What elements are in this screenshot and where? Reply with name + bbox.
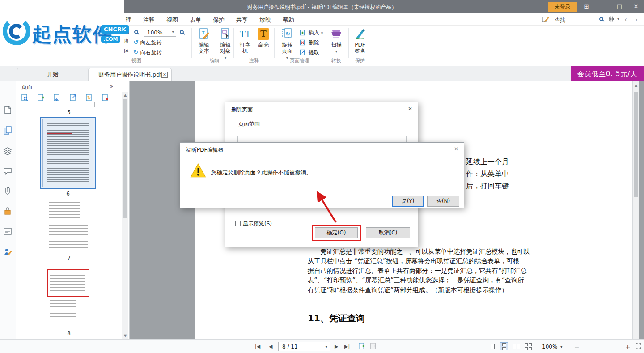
page-thumbnail-6-selected[interactable] bbox=[40, 117, 96, 189]
fullscreen-icon[interactable] bbox=[635, 343, 642, 351]
extract-page-icon[interactable] bbox=[69, 94, 78, 102]
delete-page-icon[interactable] bbox=[101, 94, 110, 102]
rotate-page-icon[interactable]: ↻ bbox=[85, 94, 94, 102]
next-page-icon[interactable]: ▶ bbox=[335, 344, 338, 349]
edit-text-button[interactable]: T 编辑文本 bbox=[194, 27, 214, 59]
checkbox-box[interactable] bbox=[235, 221, 241, 226]
gear-dropdown-icon[interactable]: ▾ bbox=[617, 17, 619, 21]
page-thumbnail-8[interactable] bbox=[45, 265, 93, 328]
insert-page-icon[interactable] bbox=[37, 94, 46, 102]
scroll-up-icon[interactable]: ▲ bbox=[122, 92, 128, 98]
first-page-icon[interactable]: |◀ bbox=[255, 344, 260, 349]
panel-expand-icon[interactable]: » bbox=[110, 83, 113, 89]
menu-item-present[interactable]: 放映 bbox=[254, 13, 277, 26]
show-preview-checkbox[interactable]: 显示预览(S) bbox=[235, 220, 272, 228]
zoom-out-button[interactable]: − bbox=[574, 343, 580, 350]
page-thumbnail-5[interactable] bbox=[43, 102, 95, 107]
ribbon-next-icon[interactable]: › bbox=[635, 16, 638, 24]
ribbon-prev-icon[interactable]: ‹ bbox=[624, 16, 627, 24]
gear-icon[interactable] bbox=[608, 16, 615, 24]
minimize-button[interactable]: – bbox=[596, 0, 610, 13]
page-options-icon[interactable] bbox=[21, 94, 30, 102]
pages-panel-icon[interactable] bbox=[3, 126, 13, 136]
prev-page-icon[interactable]: ◀ bbox=[269, 344, 272, 349]
login-button[interactable]: 未登录 bbox=[548, 2, 577, 12]
close-window-button[interactable]: ✕ bbox=[629, 0, 643, 13]
menu-item-protect[interactable]: 保护 bbox=[207, 13, 230, 26]
extract-pages-button[interactable]: 提取 bbox=[300, 48, 319, 57]
maximize-button[interactable]: □ bbox=[613, 0, 626, 13]
scroll-down-icon[interactable]: ▼ bbox=[122, 333, 128, 339]
scan-button[interactable]: 扫描 ▾ bbox=[327, 27, 346, 59]
selection-overlay bbox=[43, 119, 93, 187]
facing-continuous-view-icon[interactable] bbox=[524, 342, 532, 350]
insert-pages-button[interactable]: 插入 ▾ bbox=[300, 28, 323, 37]
continuous-view-icon[interactable] bbox=[500, 342, 508, 350]
fit-visible-button[interactable]: 区 bbox=[124, 47, 129, 55]
panel-scrollbar-thumb[interactable] bbox=[123, 99, 127, 218]
delete-pages-button[interactable]: 删除 bbox=[300, 38, 319, 47]
membership-ad-banner[interactable]: 会员低至0. 5元/天 bbox=[571, 66, 644, 81]
highlight-button[interactable]: T 高亮 bbox=[254, 27, 272, 59]
page-thumbnail-7[interactable] bbox=[45, 197, 93, 253]
edit-object-icon bbox=[215, 27, 236, 41]
scroll-up-icon[interactable]: ▲ bbox=[633, 82, 639, 89]
tab-home[interactable]: 开始 bbox=[17, 68, 89, 81]
document-scrollbar-thumb[interactable] bbox=[634, 92, 638, 197]
yes-button[interactable]: 是(Y) bbox=[392, 196, 424, 207]
quick-find-icon[interactable] bbox=[542, 16, 549, 24]
page-section-heading: 11、凭证查询 bbox=[308, 312, 365, 324]
single-page-view-icon[interactable] bbox=[488, 342, 496, 350]
next-view-icon[interactable] bbox=[369, 342, 377, 351]
search-icon[interactable] bbox=[599, 17, 603, 21]
search-input[interactable]: 查找 bbox=[551, 15, 606, 24]
zoom-combo-caret-icon: ▾ bbox=[172, 30, 174, 34]
layers-panel-icon[interactable] bbox=[3, 147, 13, 157]
scan-icon bbox=[327, 27, 346, 41]
facing-view-icon[interactable] bbox=[512, 342, 520, 350]
confirm-dialog-close-icon[interactable]: ✕ bbox=[454, 146, 458, 152]
attachments-panel-icon[interactable] bbox=[3, 187, 13, 196]
document-scrollbar[interactable]: ▲ bbox=[632, 81, 639, 339]
menu-item-form[interactable]: 表单 bbox=[184, 13, 207, 26]
export-page-icon[interactable] bbox=[53, 94, 62, 102]
page-number-combo[interactable]: 8 / 11 ▾ bbox=[278, 342, 330, 351]
cancel-button[interactable]: 取消(C) bbox=[366, 227, 410, 238]
zoom-in-icon[interactable] bbox=[180, 29, 184, 35]
menu-item-share[interactable]: 共享 bbox=[230, 13, 254, 26]
no-button[interactable]: 否(N) bbox=[427, 196, 459, 207]
bookmarks-panel-icon[interactable] bbox=[3, 106, 13, 115]
edit-object-button[interactable]: 编辑对象 ▾ bbox=[215, 27, 236, 59]
document-tabbar: 开始 财务用户操作说明书.pdf ✕ ▼ bbox=[0, 66, 644, 81]
prev-view-icon[interactable] bbox=[358, 342, 365, 351]
zoom-out-icon[interactable] bbox=[134, 29, 138, 35]
statusbar: |◀ ◀ 8 / 11 ▾ ▶ ▶| 100% ▾ − + bbox=[0, 339, 644, 353]
rotate-left-button[interactable]: ↺ 向左旋转 bbox=[133, 38, 162, 47]
typewriter-button[interactable]: TI 打字机 bbox=[236, 27, 254, 59]
layout-grid-icon[interactable]: ⊞ bbox=[580, 0, 593, 13]
confirm-message: 您确定要删除页面？此操作不能被撤消。 bbox=[211, 169, 312, 177]
menu-item-help[interactable]: 帮助 bbox=[277, 13, 300, 26]
signature-panel-icon[interactable] bbox=[3, 247, 13, 257]
fit-width-button[interactable]: 度 bbox=[124, 37, 129, 46]
pdf-sign-button[interactable]: PDF签名 bbox=[350, 27, 370, 59]
group-label-comment: 注释 bbox=[236, 57, 272, 64]
zoom-caret-icon[interactable]: ▾ bbox=[560, 344, 563, 349]
zoom-in-button[interactable]: + bbox=[625, 343, 631, 350]
fields-panel-icon[interactable] bbox=[3, 227, 13, 237]
last-page-icon[interactable]: ▶| bbox=[344, 344, 350, 349]
rotate-right-button[interactable]: ↻ 向右旋转 bbox=[133, 47, 162, 56]
rotate-pages-button[interactable]: ↻ 旋转页面 ▾ bbox=[276, 27, 298, 59]
tab-document-active[interactable]: 财务用户操作说明书.pdf ✕ bbox=[89, 68, 172, 81]
group-label-page-manage: 页面管理 bbox=[276, 57, 323, 64]
menu-item-view[interactable]: 视图 bbox=[161, 13, 184, 26]
zoom-combo[interactable]: 100% ▾ bbox=[144, 28, 176, 37]
ribbon-separator bbox=[233, 28, 234, 58]
panel-scrollbar[interactable]: ▲ ▼ bbox=[122, 92, 128, 339]
menu-item-comment[interactable]: 注释 bbox=[137, 13, 161, 26]
security-panel-icon[interactable] bbox=[3, 206, 13, 216]
zoom-level-label: 100% bbox=[542, 344, 557, 350]
tab-close-icon[interactable]: ✕ bbox=[161, 72, 168, 78]
comments-panel-icon[interactable] bbox=[3, 167, 13, 177]
delete-dialog-close-icon[interactable]: ✕ bbox=[408, 106, 412, 112]
